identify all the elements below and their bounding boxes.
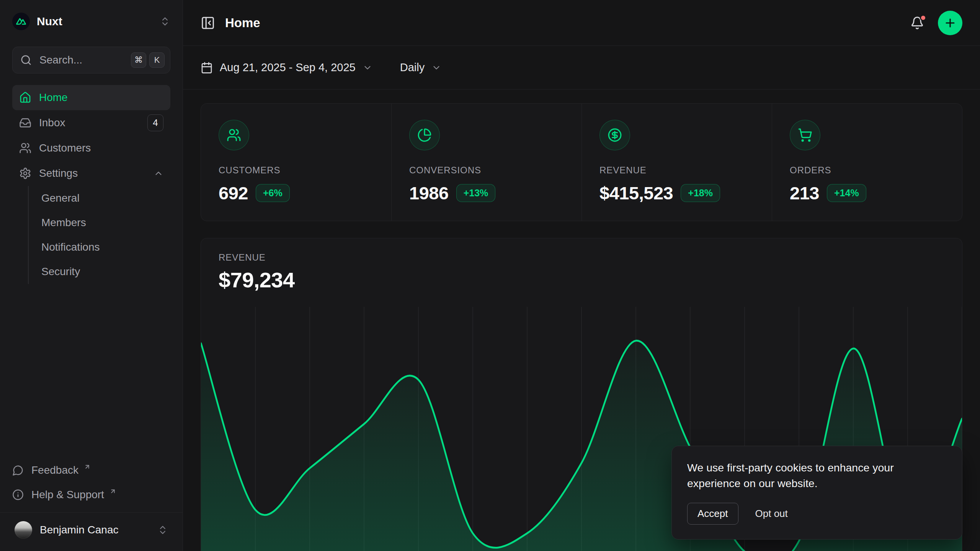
nuxt-logo-icon — [12, 13, 30, 30]
calendar-icon — [201, 62, 213, 74]
house-icon — [19, 91, 31, 104]
search-icon — [20, 54, 32, 66]
granularity-select[interactable]: Daily — [400, 61, 441, 74]
page-title: Home — [225, 16, 260, 30]
sidebar-item-members[interactable]: Members — [29, 210, 170, 235]
user-menu[interactable]: Benjamin Canac — [12, 513, 170, 549]
sidebar-nav: Home Inbox 4 Customers Settings — [12, 85, 170, 284]
sidebar-footer: Feedback Help & Support Benjamin Canac — [12, 458, 170, 551]
subnav-label: Notifications — [41, 241, 100, 253]
user-avatar — [15, 521, 32, 539]
sidebar-item-security[interactable]: Security — [29, 259, 170, 284]
arrow-up-right-icon — [84, 463, 91, 470]
revenue-label: REVENUE — [219, 252, 944, 263]
stat-card-customers[interactable]: CUSTOMERS 692 +6% — [201, 104, 391, 221]
stat-label: CONVERSIONS — [409, 165, 564, 176]
chevron-down-icon — [363, 63, 372, 73]
stat-delta-badge: +13% — [456, 184, 496, 202]
footer-link-label: Feedback — [31, 464, 78, 476]
sidebar-item-help-support[interactable]: Help & Support — [12, 483, 170, 507]
revenue-panel-header: REVENUE $79,234 — [201, 238, 962, 292]
pie-chart-icon — [409, 120, 440, 150]
top-header: Home — [183, 0, 980, 46]
kbd-cmd: ⌘ — [131, 52, 146, 68]
inbox-icon — [19, 117, 31, 129]
date-range-value: Aug 21, 2025 - Sep 4, 2025 — [220, 61, 356, 74]
users-icon — [219, 120, 249, 150]
subnav-label: Members — [41, 217, 86, 229]
accept-button[interactable]: Accept — [687, 503, 738, 525]
search-input[interactable]: Search... ⌘ K — [12, 47, 170, 73]
notifications-button[interactable] — [910, 16, 924, 30]
filter-toolbar: Aug 21, 2025 - Sep 4, 2025 Daily — [183, 46, 980, 90]
search-placeholder: Search... — [39, 54, 123, 66]
revenue-total: $79,234 — [219, 267, 944, 292]
sidebar-item-label: Settings — [39, 167, 78, 179]
users-icon — [19, 142, 31, 154]
dashboard-app: Nuxt Search... ⌘ K Home — [0, 0, 980, 551]
granularity-value: Daily — [400, 61, 425, 74]
stat-card-revenue[interactable]: REVENUE $415,523 +18% — [581, 104, 772, 221]
stat-delta-badge: +14% — [827, 184, 866, 202]
stat-delta-badge: +18% — [681, 184, 720, 202]
chevrons-up-down-icon — [157, 525, 168, 535]
stat-value: 692 — [219, 183, 248, 204]
stat-card-conversions[interactable]: CONVERSIONS 1986 +13% — [391, 104, 581, 221]
cookie-actions: Accept Opt out — [687, 503, 947, 525]
optout-button[interactable]: Opt out — [755, 508, 788, 520]
stat-delta-badge: +6% — [256, 184, 290, 202]
chevron-down-icon — [431, 63, 441, 73]
message-circle-icon — [12, 465, 24, 476]
sidebar-collapse-button[interactable] — [201, 16, 215, 30]
inbox-count-badge: 4 — [147, 114, 163, 131]
sidebar: Nuxt Search... ⌘ K Home — [0, 0, 183, 551]
cookie-message: We use first-party cookies to enhance yo… — [687, 460, 924, 491]
settings-subnav: General Members Notifications Security — [28, 186, 170, 284]
workspace-name: Nuxt — [37, 15, 62, 28]
header-actions — [910, 11, 962, 35]
user-name: Benjamin Canac — [40, 524, 118, 536]
chevron-up-icon — [154, 168, 163, 178]
stats-row: CUSTOMERS 692 +6% CONVERSIONS 1986 +13% — [201, 103, 962, 221]
sidebar-item-general[interactable]: General — [29, 186, 170, 210]
sidebar-item-home[interactable]: Home — [12, 85, 170, 110]
kbd-k: K — [149, 52, 165, 68]
shopping-cart-icon — [790, 120, 820, 150]
date-range-picker[interactable]: Aug 21, 2025 - Sep 4, 2025 — [201, 61, 372, 74]
notification-dot — [920, 15, 926, 21]
footer-link-label: Help & Support — [31, 489, 104, 501]
stat-value: 1986 — [409, 183, 449, 204]
sidebar-item-inbox[interactable]: Inbox 4 — [12, 110, 170, 135]
subnav-label: General — [41, 192, 80, 204]
circle-dollar-icon — [599, 120, 630, 150]
info-circle-icon — [12, 489, 24, 500]
sidebar-item-settings[interactable]: Settings — [12, 161, 170, 186]
sidebar-item-label: Inbox — [39, 117, 65, 129]
sidebar-item-customers[interactable]: Customers — [12, 135, 170, 161]
stat-label: ORDERS — [790, 165, 944, 176]
sidebar-item-feedback[interactable]: Feedback — [12, 458, 170, 483]
workspace-switcher[interactable]: Nuxt — [12, 11, 170, 32]
stat-value: 213 — [790, 183, 819, 204]
panel-left-close-icon — [201, 16, 215, 30]
sidebar-item-notifications[interactable]: Notifications — [29, 235, 170, 259]
arrow-up-right-icon — [109, 488, 116, 495]
plus-icon — [944, 16, 957, 29]
gear-icon — [19, 167, 31, 179]
sidebar-item-label: Customers — [39, 142, 91, 154]
chevrons-up-down-icon — [160, 16, 170, 27]
add-button[interactable] — [938, 11, 962, 35]
stat-label: CUSTOMERS — [219, 165, 374, 176]
stat-value: $415,523 — [599, 183, 673, 204]
stat-card-orders[interactable]: ORDERS 213 +14% — [772, 104, 962, 221]
search-shortcut: ⌘ K — [131, 52, 165, 68]
sidebar-item-label: Home — [39, 91, 68, 104]
subnav-label: Security — [41, 266, 80, 278]
stat-label: REVENUE — [599, 165, 754, 176]
cookie-banner: We use first-party cookies to enhance yo… — [671, 446, 962, 540]
